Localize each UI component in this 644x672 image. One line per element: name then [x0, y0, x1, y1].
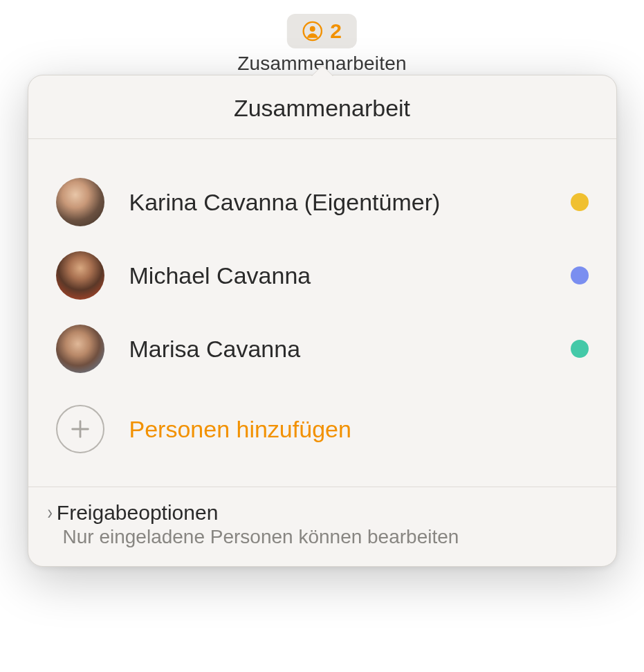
avatar: [56, 325, 104, 373]
presence-dot: [571, 193, 589, 211]
avatar: [56, 178, 104, 226]
collaborate-button[interactable]: 2: [287, 14, 357, 48]
presence-dot: [571, 340, 589, 358]
person-circle-icon: [302, 21, 323, 42]
participant-row[interactable]: Karina Cavanna (Eigentümer): [56, 165, 589, 239]
add-people-label: Personen hinzufügen: [129, 416, 351, 443]
popover-header: Zusammenarbeit: [28, 75, 616, 139]
avatar: [56, 251, 104, 300]
chevron-right-icon: ›: [48, 501, 53, 525]
share-options-title: Freigabeoptionen: [57, 501, 219, 525]
add-people-button[interactable]: Personen hinzufügen: [56, 385, 589, 473]
participant-name: Karina Cavanna (Eigentümer): [129, 189, 560, 216]
participant-row[interactable]: Marisa Cavanna: [56, 312, 589, 385]
participants-list: Karina Cavanna (Eigentümer) Michael Cava…: [28, 139, 616, 487]
participant-name: Michael Cavanna: [129, 262, 560, 289]
svg-point-1: [310, 26, 315, 32]
popover-title: Zusammenarbeit: [28, 95, 616, 122]
share-options-subtitle: Nur eingeladene Personen können bearbeit…: [63, 526, 597, 548]
presence-dot: [571, 266, 589, 284]
collaborator-count: 2: [330, 19, 342, 43]
participant-name: Marisa Cavanna: [129, 336, 560, 363]
share-options-header: › Freigabeoptionen: [48, 501, 597, 525]
share-options-row[interactable]: › Freigabeoptionen Nur eingeladene Perso…: [28, 487, 616, 566]
plus-icon: [56, 405, 104, 453]
participant-row[interactable]: Michael Cavanna: [56, 239, 589, 312]
collaboration-popover: Zusammenarbeit Karina Cavanna (Eigentüme…: [28, 75, 617, 567]
